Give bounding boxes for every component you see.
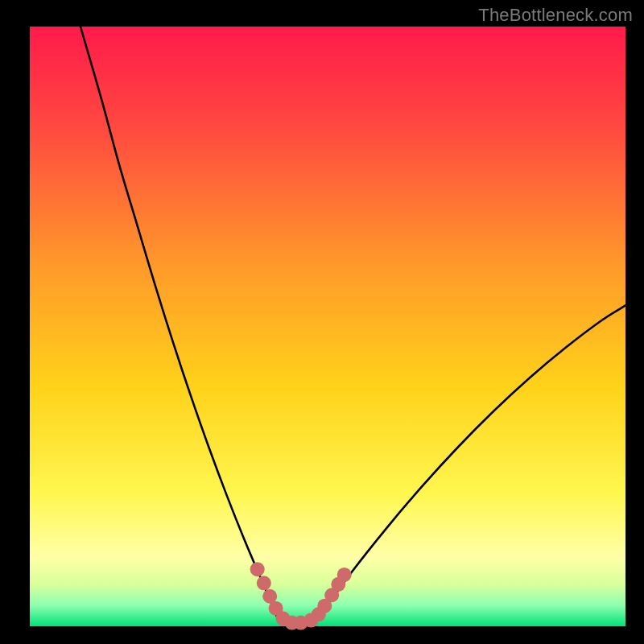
highlight-marker (257, 576, 271, 590)
plot-background (30, 27, 625, 626)
highlight-marker (337, 568, 352, 582)
chart-frame: TheBottleneck.com (0, 0, 644, 644)
highlight-marker (250, 562, 265, 576)
bottleneck-chart (0, 0, 644, 644)
